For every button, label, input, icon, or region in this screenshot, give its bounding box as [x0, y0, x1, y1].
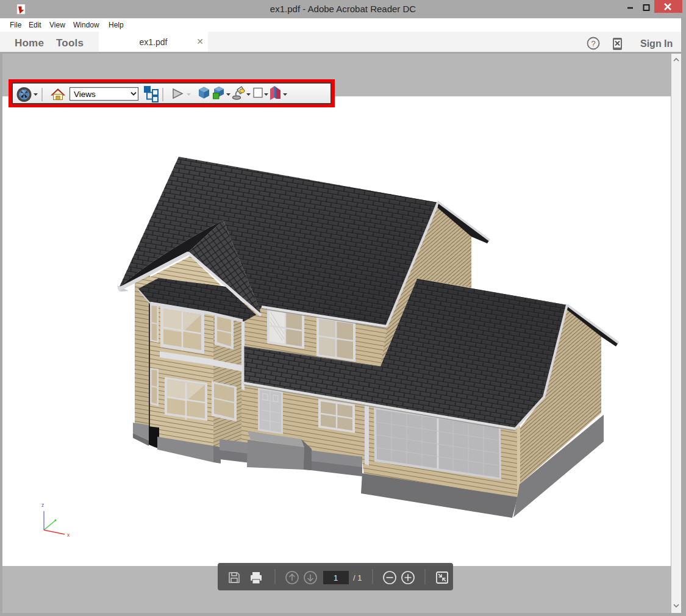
svg-text:?: ? — [591, 39, 596, 48]
svg-text:/ 1: / 1 — [353, 573, 362, 582]
svg-text:x: x — [67, 532, 70, 538]
svg-text:1: 1 — [334, 573, 338, 582]
svg-text:z: z — [41, 502, 44, 508]
svg-text:Views: Views — [74, 90, 96, 99]
svg-text:Sign In: Sign In — [640, 38, 673, 49]
